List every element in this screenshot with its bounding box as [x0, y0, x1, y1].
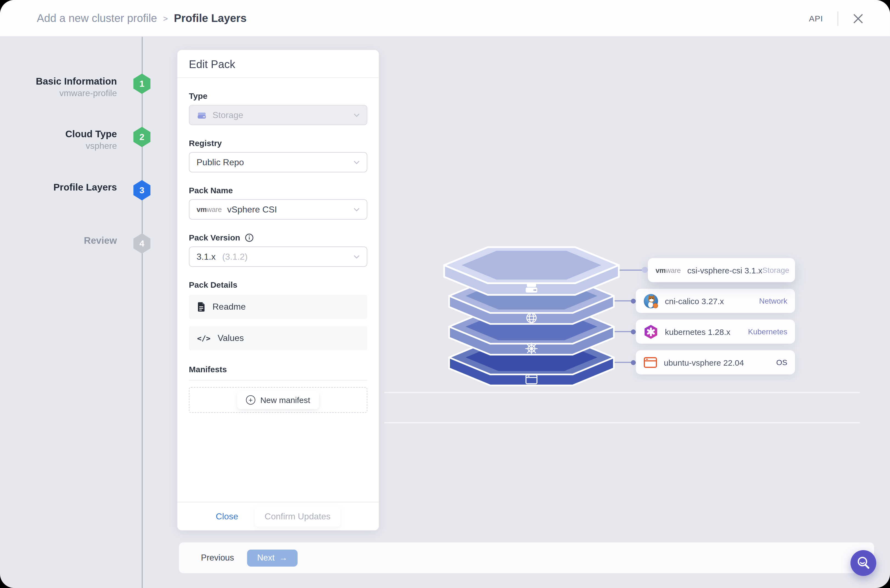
- stepper-hexagon-2[interactable]: 2: [134, 127, 150, 147]
- vmware-wordmark: vmware: [197, 206, 222, 214]
- helm-wheel-icon: [526, 343, 537, 354]
- breadcrumb: Add a new cluster profile > Profile Laye…: [37, 0, 246, 37]
- api-link[interactable]: API: [809, 14, 823, 23]
- stepper-hexagon-3[interactable]: 3: [134, 180, 150, 200]
- next-button[interactable]: Next →: [247, 549, 297, 566]
- new-manifest-label: New manifest: [260, 395, 310, 405]
- edit-pack-panel: Edit Pack Type Storage Registry Public R…: [177, 50, 379, 530]
- stepper-line: [142, 37, 143, 588]
- app-window: Add a new cluster profile > Profile Laye…: [0, 0, 890, 588]
- layer-card-category: OS: [776, 358, 787, 367]
- manifests-divider: [189, 380, 367, 381]
- step-title: Cloud Type: [0, 128, 117, 140]
- manifests-label: Manifests: [189, 364, 367, 374]
- layer-card-title: csi-vsphere-csi 3.1.x: [687, 266, 762, 275]
- code-icon: </>: [197, 334, 210, 343]
- stepper-label-profile-layers[interactable]: Profile Layers: [0, 181, 117, 193]
- stepper-hexagon-1[interactable]: 1: [134, 74, 150, 94]
- confirm-updates-button[interactable]: Confirm Updates: [255, 507, 341, 526]
- step-number: 2: [140, 132, 144, 142]
- layer-card-category: Storage: [762, 266, 789, 274]
- connector-dot: [631, 329, 636, 334]
- type-value: Storage: [213, 110, 243, 120]
- step-subtitle: vmware-profile: [0, 87, 117, 99]
- pack-version-hint: (3.1.2): [222, 252, 248, 262]
- layer-card-title: ubuntu-vsphere 22.04: [664, 358, 744, 367]
- pack-name-select[interactable]: vmware vSphere CSI: [189, 199, 367, 220]
- pack-name-label: Pack Name: [189, 186, 367, 195]
- previous-button[interactable]: Previous: [201, 553, 234, 563]
- stepper-label-cloud-type[interactable]: Cloud Type vsphere: [0, 128, 117, 152]
- next-label: Next: [257, 553, 275, 563]
- edit-pack-footer: Close Confirm Updates: [177, 502, 379, 530]
- calico-cat-logo: [644, 294, 658, 308]
- connector-dot: [631, 298, 636, 303]
- ubuntu-window-logo: [644, 356, 657, 368]
- layer-card-storage[interactable]: vmware csi-vsphere-csi 3.1.x Storage: [648, 258, 795, 282]
- layer-card-os[interactable]: ubuntu-vsphere 22.04 OS: [636, 350, 795, 374]
- vmware-wordmark: vmware: [656, 266, 681, 274]
- values-row[interactable]: </> Values: [189, 326, 367, 350]
- kubernetes-hexagon-logo: [644, 324, 658, 339]
- registry-value: Public Repo: [197, 157, 244, 167]
- storage-drive-icon: [526, 284, 537, 292]
- connector-dot: [631, 360, 636, 365]
- readme-row[interactable]: Readme: [189, 295, 367, 319]
- step-title: Basic Information: [0, 75, 117, 87]
- step-subtitle: vsphere: [0, 140, 117, 152]
- connector-dot: [642, 267, 648, 273]
- new-manifest-button[interactable]: + New manifest: [237, 391, 319, 409]
- edit-pack-title: Edit Pack: [177, 50, 379, 78]
- layer-card-title: cni-calico 3.27.x: [665, 296, 724, 306]
- type-select[interactable]: Storage: [189, 105, 367, 125]
- decor-line: [384, 422, 860, 423]
- layer-card-category: Network: [759, 297, 787, 305]
- pack-details-label: Pack Details: [189, 280, 367, 290]
- pack-version-value: 3.1.x: [197, 252, 216, 262]
- pack-name-value: vSphere CSI: [227, 204, 277, 214]
- wizard-footer-bar: Previous Next →: [179, 542, 874, 573]
- stepper-label-review[interactable]: Review: [0, 234, 117, 246]
- breadcrumb-parent-link[interactable]: Add a new cluster profile: [37, 12, 157, 25]
- chevron-down-icon: [354, 207, 360, 212]
- breadcrumb-separator: >: [163, 14, 168, 23]
- pack-version-label: Pack Version: [189, 233, 240, 242]
- step-number: 4: [140, 238, 144, 248]
- stack-layer-storage[interactable]: [444, 247, 619, 295]
- layer-card-network[interactable]: cni-calico 3.27.x Network: [636, 289, 795, 313]
- search-icon: [855, 555, 872, 571]
- decor-line: [384, 392, 860, 393]
- storage-drive-icon: [197, 110, 207, 120]
- step-number: 1: [140, 79, 144, 88]
- header: Add a new cluster profile > Profile Laye…: [0, 0, 890, 37]
- chevron-down-icon: [354, 160, 360, 164]
- layer-card-category: Kubernetes: [748, 327, 787, 336]
- arrow-right-icon: →: [279, 553, 287, 563]
- registry-select[interactable]: Public Repo: [189, 152, 367, 172]
- header-divider: [837, 11, 838, 26]
- step-title: Review: [0, 234, 117, 246]
- step-title: Profile Layers: [0, 181, 117, 193]
- pack-version-select[interactable]: 3.1.x (3.1.2): [189, 246, 367, 267]
- layer-card-kubernetes[interactable]: kubernetes 1.28.x Kubernetes: [636, 320, 795, 344]
- close-button[interactable]: Close: [216, 512, 238, 521]
- type-label: Type: [189, 91, 367, 100]
- plus-circle-icon: +: [246, 395, 255, 405]
- info-icon[interactable]: [245, 233, 254, 242]
- page-title: Profile Layers: [174, 12, 247, 25]
- layer-card-title: kubernetes 1.28.x: [665, 327, 731, 336]
- chevron-down-icon: [354, 255, 360, 259]
- stepper-label-basic-information[interactable]: Basic Information vmware-profile: [0, 75, 117, 99]
- readme-label: Readme: [213, 302, 246, 312]
- close-icon[interactable]: [852, 13, 864, 24]
- manifests-dropzone: + New manifest: [189, 387, 367, 413]
- profile-layer-stack: [443, 245, 620, 389]
- values-label: Values: [218, 333, 244, 343]
- registry-label: Registry: [189, 138, 367, 148]
- search-fab-button[interactable]: [851, 550, 876, 576]
- document-icon: [197, 302, 206, 312]
- chevron-down-icon: [354, 113, 360, 117]
- step-number: 3: [140, 185, 144, 195]
- stepper-hexagon-4: 4: [134, 233, 150, 254]
